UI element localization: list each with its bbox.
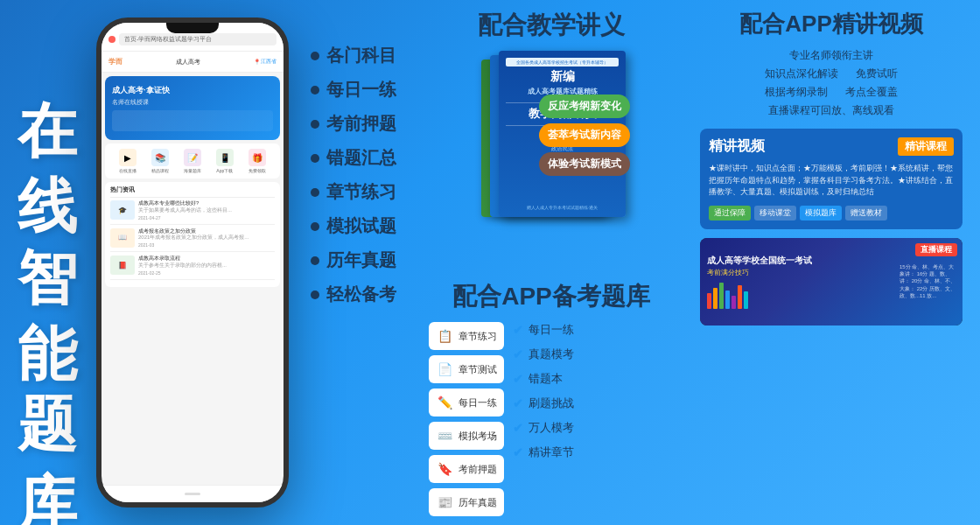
feature-text-1: 专业名师领衔主讲 bbox=[789, 48, 873, 63]
right-section: 配合APP精讲视频 专业名师领衔主讲 知识点深化解读 免费试听 根据考纲录制 考… bbox=[700, 9, 962, 326]
bank-section: 配合APP备考题库 📋 章节练习 📄 章节测试 ✏️ 每日一练 ⌨️ 模拟考场 … bbox=[429, 280, 674, 516]
feature-item-2: 每日一练 bbox=[311, 78, 396, 102]
video-card-desc: ★课时讲中，知识点全面；★万能模板，考前刷强！★系统精讲，帮您把握历年命题特点和… bbox=[709, 163, 954, 199]
bank-item-1: 📋 章节练习 bbox=[429, 322, 504, 350]
feature-item-6: 模拟试题 bbox=[311, 214, 396, 238]
video-tag-2: 移动课堂 bbox=[754, 206, 796, 220]
feature-item-5: 章节练习 bbox=[311, 180, 396, 204]
bank-item-6: 📰 历年真题 bbox=[429, 488, 504, 516]
feature-text-4: 直播课程可回放、离线观看 bbox=[768, 103, 894, 118]
feature-list: 各门科目 每日一练 考前押题 错题汇总 章节练习 模拟试题 历年真题 轻松备考 bbox=[311, 44, 396, 306]
book-tag-2: 荟萃考试新内容 bbox=[539, 123, 630, 147]
live-card: 成人高等学校全国统一考试 考前满分技巧 15分 命、林、考点、大象讲： 16分 bbox=[700, 238, 962, 326]
phone-icons-row: ▶ 在线直播 📚 精品课程 📝 海量题库 📱 App下载 🎁 免费领 bbox=[105, 144, 280, 178]
bank-item-5: 🔖 考前押题 bbox=[429, 455, 504, 483]
teaching-section: 配合教学讲义 全国各类成人高等学校招生考试（专升本辅导） 新编 成人高考题库试题… bbox=[429, 9, 674, 226]
phone-url-bar: 首页-学而网络权益试题学习平台 bbox=[119, 33, 276, 46]
feature-text-3b: 考点全覆盖 bbox=[845, 85, 898, 100]
book-tag-1: 反应考纲新变化 bbox=[539, 94, 630, 118]
bank-right-col: ✔ 每日一练 ✔ 真题模考 ✔ 错题本 ✔ 刷题挑战 ✔ 万人模考 ✔ 精讲章节 bbox=[513, 322, 574, 516]
phone-location: 📍江西省 bbox=[254, 58, 276, 66]
bank-title: 配合APP备考题库 bbox=[429, 280, 674, 313]
phone-logo: 学而 bbox=[108, 57, 122, 66]
bank-item-4: ⌨️ 模拟考场 bbox=[429, 422, 504, 450]
bank-item-3: ✏️ 每日一练 bbox=[429, 388, 504, 416]
feature-item-3: 考前押题 bbox=[311, 112, 396, 136]
right-features: 专业名师领衔主讲 知识点深化解读 免费试听 根据考纲录制 考点全覆盖 直播课程可… bbox=[700, 48, 962, 118]
feature-text-2: 知识点深化解读 bbox=[765, 66, 838, 81]
book-stack: 全国各类成人高等学校招生考试（专升本辅导） 新编 成人高考题库试题精练 教学内部… bbox=[472, 51, 630, 226]
video-tag-3: 模拟题库 bbox=[800, 206, 842, 220]
phone-news: 热门资讯 🎓 成教高本专业哪些比较好? 关于如果要考成人高考的话，这些科目...… bbox=[105, 182, 280, 287]
feature-item-8: 轻松备考 bbox=[311, 283, 396, 306]
teaching-title: 配合教学讲义 bbox=[429, 9, 674, 42]
main-title: 在 线 智 能 题 库 bbox=[16, 52, 81, 424]
video-tag-1: 通过保障 bbox=[709, 206, 751, 220]
feature-item-7: 历年真题 bbox=[311, 248, 396, 272]
video-tag-4: 赠送教材 bbox=[845, 206, 887, 220]
feature-text-2b: 免费试听 bbox=[856, 66, 898, 81]
feature-text-3: 根据考纲录制 bbox=[765, 85, 828, 100]
right-title: 配合APP精讲视频 bbox=[700, 9, 962, 39]
book-tag-3: 体验考试新模式 bbox=[539, 152, 630, 176]
video-card: 精讲视频 精讲课程 ★课时讲中，知识点全面；★万能模板，考前刷强！★系统精讲，帮… bbox=[700, 129, 962, 229]
phone-banner: 成人高考·拿证快 名师在线授课 bbox=[105, 76, 280, 140]
phone-nav-text: 成人高考 bbox=[176, 58, 200, 66]
feature-item-4: 错题汇总 bbox=[311, 146, 396, 170]
feature-item-1: 各门科目 bbox=[311, 44, 396, 67]
bank-item-2: 📄 章节测试 bbox=[429, 355, 504, 383]
bank-left-col: 📋 章节练习 📄 章节测试 ✏️ 每日一练 ⌨️ 模拟考场 🔖 考前押题 📰 bbox=[429, 322, 504, 516]
phone-mockup: 首页-学而网络权益试题学习平台 学而 成人高考 📍江西省 成人高考·拿证快 名师… bbox=[96, 18, 289, 508]
